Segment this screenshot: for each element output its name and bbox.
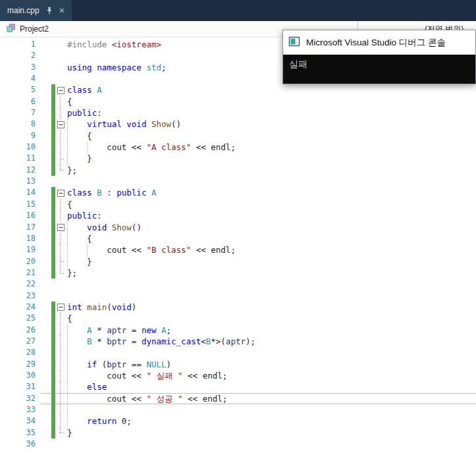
code-text[interactable]: { <box>66 313 476 324</box>
line-number[interactable]: 35 <box>0 427 41 438</box>
code-text[interactable]: } <box>66 153 476 164</box>
code-text[interactable]: { <box>66 96 476 107</box>
code-line[interactable]: 16public: <box>0 210 476 221</box>
line-number[interactable]: 18 <box>0 233 41 244</box>
code-text[interactable]: else <box>66 381 476 392</box>
code-text[interactable]: void Show() <box>66 222 476 233</box>
line-number[interactable]: 14 <box>0 187 41 198</box>
line-number[interactable]: 5 <box>0 84 41 95</box>
line-number[interactable]: 32 <box>0 393 41 404</box>
code-line[interactable]: 29 if (bptr == NULL) <box>0 359 476 370</box>
line-number[interactable]: 4 <box>0 73 41 84</box>
code-line[interactable]: 32 cout << " 성공 " << endl; <box>0 393 476 404</box>
close-icon[interactable]: × <box>59 6 65 15</box>
line-number[interactable]: 28 <box>0 347 41 358</box>
code-line[interactable]: 5class A <box>0 84 476 95</box>
line-number[interactable]: 11 <box>0 153 41 164</box>
line-number[interactable]: 25 <box>0 313 41 324</box>
code-text[interactable]: if (bptr == NULL) <box>66 359 476 370</box>
collapse-toggle-icon[interactable] <box>57 190 65 197</box>
line-number[interactable]: 33 <box>0 404 41 415</box>
code-text[interactable]: cout << " 성공 " << endl; <box>66 393 476 404</box>
code-text[interactable] <box>66 176 476 187</box>
code-line[interactable]: 19 cout << "B class" << endl; <box>0 244 476 255</box>
line-number[interactable]: 36 <box>0 438 41 450</box>
code-text[interactable]: return 0; <box>66 415 476 427</box>
code-text[interactable]: class B : public A <box>66 187 476 198</box>
code-line[interactable]: 17 void Show() <box>0 222 476 233</box>
code-text[interactable]: cout << "B class" << endl; <box>66 244 476 255</box>
code-line[interactable]: 31 else <box>0 381 476 392</box>
code-text[interactable]: public: <box>66 107 476 119</box>
collapse-toggle-icon[interactable] <box>57 87 65 94</box>
code-line[interactable]: 24int main(void) <box>0 302 476 313</box>
code-text[interactable]: virtual void Show() <box>66 119 476 130</box>
line-number[interactable]: 27 <box>0 336 41 347</box>
code-line[interactable]: 20 } <box>0 256 476 267</box>
code-text[interactable]: int main(void) <box>66 302 476 313</box>
line-number[interactable]: 34 <box>0 415 41 427</box>
code-text[interactable] <box>66 404 476 415</box>
code-line[interactable]: 11 } <box>0 153 476 164</box>
line-number[interactable]: 19 <box>0 244 41 255</box>
code-line[interactable]: 30 cout << " 실패 " << endl; <box>0 370 476 381</box>
code-line[interactable]: 18 { <box>0 233 476 244</box>
line-number[interactable]: 9 <box>0 130 41 142</box>
code-text[interactable]: }; <box>66 267 476 279</box>
code-line[interactable]: 27 B * bptr = dynamic_cast<B*>(aptr); <box>0 336 476 347</box>
code-line[interactable]: 23 <box>0 290 476 302</box>
tab-main-cpp[interactable]: main.cpp × <box>0 0 72 21</box>
line-number[interactable]: 23 <box>0 290 41 302</box>
collapse-toggle-icon[interactable] <box>57 121 65 128</box>
code-line[interactable]: 15{ <box>0 199 476 210</box>
code-line[interactable]: 14class B : public A <box>0 187 476 198</box>
code-line[interactable]: 36 <box>0 438 476 450</box>
line-number[interactable]: 22 <box>0 279 41 290</box>
line-number[interactable]: 24 <box>0 302 41 313</box>
code-editor[interactable]: 1#include <iostream>23using namespace st… <box>0 38 476 451</box>
code-line[interactable]: 8 virtual void Show() <box>0 119 476 130</box>
code-text[interactable] <box>66 347 476 358</box>
collapse-toggle-icon[interactable] <box>57 304 65 311</box>
code-text[interactable]: B * bptr = dynamic_cast<B*>(aptr); <box>66 336 476 347</box>
code-line[interactable]: 26 A * aptr = new A; <box>0 325 476 336</box>
code-line[interactable]: 33 <box>0 404 476 415</box>
code-line[interactable]: 6{ <box>0 96 476 107</box>
code-line[interactable]: 28 <box>0 347 476 358</box>
code-line[interactable]: 7public: <box>0 107 476 119</box>
line-number[interactable]: 15 <box>0 199 41 210</box>
line-number[interactable]: 2 <box>0 50 41 61</box>
line-number[interactable]: 31 <box>0 381 41 392</box>
code-line[interactable]: 34 return 0; <box>0 415 476 427</box>
line-number[interactable]: 20 <box>0 256 41 267</box>
code-line[interactable]: 22 <box>0 279 476 290</box>
code-text[interactable]: { <box>66 130 476 142</box>
code-line[interactable]: 25{ <box>0 313 476 324</box>
line-number[interactable]: 13 <box>0 176 41 187</box>
code-line[interactable]: 12}; <box>0 165 476 176</box>
line-number[interactable]: 1 <box>0 39 41 50</box>
code-line[interactable]: 10 cout << "A class" << endl; <box>0 142 476 153</box>
line-number[interactable]: 30 <box>0 370 41 381</box>
collapse-toggle-icon[interactable] <box>57 224 65 231</box>
code-line[interactable]: 35} <box>0 427 476 438</box>
code-text[interactable]: cout << "A class" << endl; <box>66 142 476 153</box>
line-number[interactable]: 12 <box>0 165 41 176</box>
code-text[interactable]: } <box>66 256 476 267</box>
code-text[interactable]: cout << " 실패 " << endl; <box>66 370 476 381</box>
code-text[interactable] <box>66 438 476 450</box>
line-number[interactable]: 29 <box>0 359 41 370</box>
line-number[interactable]: 8 <box>0 119 41 130</box>
code-text[interactable]: { <box>66 233 476 244</box>
code-text[interactable]: }; <box>66 165 476 176</box>
code-text[interactable]: A * aptr = new A; <box>66 325 476 336</box>
line-number[interactable]: 17 <box>0 222 41 233</box>
code-text[interactable]: class A <box>66 84 476 95</box>
code-text[interactable]: } <box>66 427 476 438</box>
debug-console-titlebar[interactable]: Microsoft Visual Studio 디버그 콘솔 <box>283 30 475 55</box>
code-line[interactable]: 21}; <box>0 267 476 279</box>
pin-icon[interactable] <box>45 7 53 14</box>
line-number[interactable]: 3 <box>0 62 41 73</box>
line-number[interactable]: 6 <box>0 96 41 107</box>
code-text[interactable]: { <box>66 199 476 210</box>
